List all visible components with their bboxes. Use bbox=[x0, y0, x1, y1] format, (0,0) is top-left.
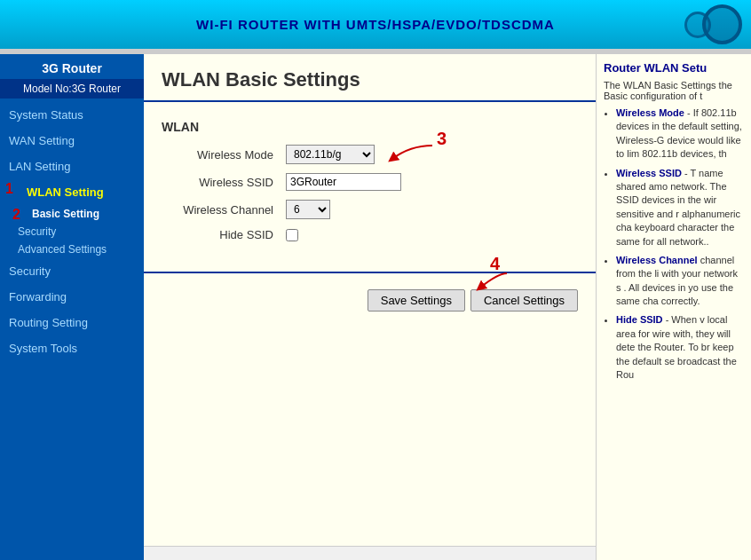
wireless-ssid-row: Wireless SSID bbox=[162, 173, 578, 191]
right-panel-heading-3: Hide SSID bbox=[616, 314, 663, 325]
right-panel-heading-0: Wireless Mode bbox=[616, 107, 684, 118]
sidebar-item-wan-setting[interactable]: WAN Setting bbox=[0, 128, 144, 154]
right-panel-item-1: Wireless SSID - T name shared amo networ… bbox=[616, 167, 744, 248]
wireless-channel-label: Wireless Channel bbox=[162, 203, 286, 217]
right-panel: Router WLAN Setu The WLAN Basic Settings… bbox=[596, 54, 751, 560]
sidebar-model: Model No:3G Router bbox=[0, 79, 144, 99]
wireless-ssid-label: Wireless SSID bbox=[162, 176, 286, 189]
header-logo bbox=[684, 4, 742, 44]
hide-ssid-control bbox=[286, 229, 298, 241]
wireless-mode-label: Wireless Mode bbox=[162, 148, 286, 162]
sidebar-item-forwarding[interactable]: Forwarding bbox=[0, 284, 144, 310]
content-area: WLAN Basic Settings WLAN Wireless Mode 8… bbox=[144, 54, 596, 560]
scrollbar-area[interactable] bbox=[144, 546, 596, 560]
wireless-mode-select[interactable]: 802.11b/g 802.11b 802.11g 802.11n bbox=[286, 145, 375, 164]
button-container: Save Settings Cancel Settings 4 bbox=[144, 286, 596, 315]
sidebar-item-wlan-setting[interactable]: WLAN Setting bbox=[0, 179, 144, 205]
form-divider bbox=[144, 272, 596, 273]
wireless-mode-control: 802.11b/g 802.11b 802.11g 802.11n bbox=[286, 145, 375, 164]
right-panel-item-0: Wireless Mode - If 802.11b devices in th… bbox=[616, 106, 744, 162]
right-panel-title: Router WLAN Setu bbox=[604, 61, 744, 75]
button-row: Save Settings Cancel Settings bbox=[144, 286, 596, 315]
wireless-channel-row: Wireless Channel 6 12345 7891011 bbox=[162, 200, 578, 219]
annotation-1: 1 bbox=[5, 181, 13, 197]
sidebar-item-routing-setting[interactable]: Routing Setting bbox=[0, 310, 144, 335]
hide-ssid-label: Hide SSID bbox=[162, 228, 286, 241]
sidebar-router-name: 3G Router bbox=[0, 54, 144, 79]
sidebar-item-lan-setting[interactable]: LAN Setting bbox=[0, 154, 144, 179]
right-panel-heading-2: Wireless Channel bbox=[616, 255, 698, 265]
save-settings-button[interactable]: Save Settings bbox=[368, 289, 465, 312]
sidebar-item-system-tools[interactable]: System Tools bbox=[0, 335, 144, 361]
right-panel-heading-1: Wireless SSID bbox=[616, 168, 682, 178]
right-panel-item-2: Wireless Channel channel from the li wit… bbox=[616, 254, 744, 309]
right-panel-intro: The WLAN Basic Settings the Basic config… bbox=[604, 80, 744, 101]
content-header: WLAN Basic Settings bbox=[144, 54, 596, 102]
page-title: WLAN Basic Settings bbox=[162, 68, 360, 91]
main-layout: 3G Router Model No:3G Router System Stat… bbox=[0, 54, 751, 560]
sidebar-sub-basic-setting[interactable]: Basic Setting bbox=[0, 205, 144, 223]
sidebar-sub-advanced-settings[interactable]: Advanced Settings bbox=[0, 241, 144, 258]
header-title: WI-FI ROUTER WITH UMTS/HSPA/EVDO/TDSCDMA bbox=[196, 17, 555, 32]
form-section-title: WLAN bbox=[162, 120, 578, 134]
header: WI-FI ROUTER WITH UMTS/HSPA/EVDO/TDSCDMA bbox=[0, 0, 751, 49]
right-panel-list: Wireless Mode - If 802.11b devices in th… bbox=[604, 106, 744, 382]
sidebar-sub-security[interactable]: Security bbox=[0, 223, 144, 241]
sidebar-item-system-status[interactable]: System Status bbox=[0, 102, 144, 128]
annotation-3: 3 bbox=[437, 129, 447, 149]
form-section: WLAN Wireless Mode 802.11b/g 802.11b 802… bbox=[144, 111, 596, 259]
logo-circle-large bbox=[702, 4, 742, 44]
wireless-channel-control: 6 12345 7891011 bbox=[286, 200, 330, 219]
arrow-4 bbox=[471, 272, 516, 295]
hide-ssid-row: Hide SSID bbox=[162, 228, 578, 241]
wireless-channel-select[interactable]: 6 12345 7891011 bbox=[286, 200, 330, 219]
hide-ssid-checkbox[interactable] bbox=[286, 229, 298, 241]
wireless-mode-row: Wireless Mode 802.11b/g 802.11b 802.11g … bbox=[162, 145, 578, 164]
wireless-ssid-control bbox=[286, 173, 401, 191]
sidebar: 3G Router Model No:3G Router System Stat… bbox=[0, 54, 144, 560]
right-panel-item-3: Hide SSID - When v local area for wire w… bbox=[616, 313, 744, 382]
sidebar-item-security[interactable]: Security bbox=[0, 258, 144, 284]
wireless-ssid-input[interactable] bbox=[286, 173, 401, 191]
arrow-3 bbox=[375, 141, 437, 168]
annotation-2: 2 bbox=[12, 207, 20, 223]
